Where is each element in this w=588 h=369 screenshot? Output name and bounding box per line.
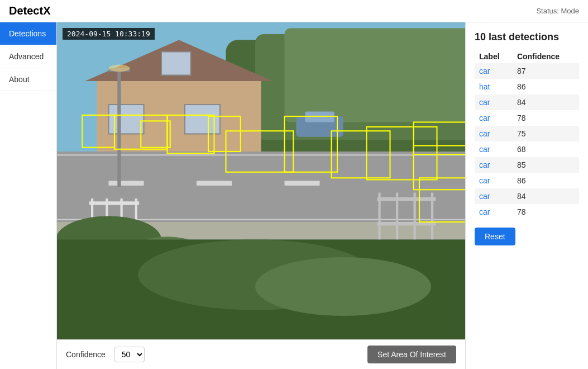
detection-row: car84: [475, 188, 579, 204]
detection-label: car: [475, 173, 513, 188]
svg-rect-35: [305, 112, 334, 122]
detection-confidence: 78: [513, 204, 579, 220]
svg-rect-7: [109, 105, 144, 134]
svg-rect-21: [89, 201, 139, 205]
app-logo: DetectX: [9, 4, 50, 17]
main-layout: Detections Advanced About: [0, 22, 588, 369]
detection-confidence: 75: [513, 126, 579, 141]
status-text: Status: Mode: [536, 7, 579, 15]
svg-rect-9: [161, 52, 191, 75]
reset-button[interactable]: Reset: [475, 228, 515, 245]
set-aoi-button[interactable]: Set Area Of Interest: [367, 346, 456, 363]
svg-rect-8: [185, 105, 220, 134]
sidebar-item-advanced[interactable]: Advanced: [0, 45, 56, 68]
detection-label: car: [475, 188, 513, 204]
svg-point-38: [109, 65, 130, 72]
detection-row: car75: [475, 126, 579, 141]
col-confidence-header: Confidence: [513, 50, 579, 63]
camera-timestamp: 2024-09-15 10:33:19: [63, 28, 155, 40]
detection-row: car85: [475, 157, 579, 173]
detection-label: car: [475, 141, 513, 157]
col-label-header: Label: [475, 50, 513, 63]
detection-row: car86: [475, 173, 579, 188]
detection-confidence: 84: [513, 188, 579, 204]
header: DetectX Status: Mode: [0, 0, 588, 22]
detection-label: car: [475, 94, 513, 110]
detection-label: car: [475, 63, 513, 79]
detection-row: car68: [475, 141, 579, 157]
sidebar-item-about[interactable]: About: [0, 68, 56, 91]
detection-label: car: [475, 110, 513, 126]
svg-rect-15: [285, 181, 320, 186]
content-area: 2024-09-15 10:33:19 Confidence 50 10 20 …: [57, 22, 465, 369]
confidence-select[interactable]: 50 10 20 30 40 60 70 80 90: [114, 347, 145, 362]
detection-label: car: [475, 126, 513, 141]
svg-rect-27: [377, 197, 436, 201]
detection-confidence: 68: [513, 141, 579, 157]
camera-view: 2024-09-15 10:33:19: [57, 22, 465, 339]
camera-background: [57, 22, 465, 339]
detection-confidence: 86: [513, 173, 579, 188]
detection-confidence: 86: [513, 79, 579, 94]
svg-rect-14: [197, 181, 232, 186]
detections-body: car87hat86car84car78car75car68car85car86…: [475, 63, 579, 220]
detection-label: car: [475, 204, 513, 220]
svg-rect-28: [377, 222, 436, 225]
detection-row: hat86: [475, 79, 579, 94]
sidebar-item-detections[interactable]: Detections: [0, 22, 56, 45]
sidebar: Detections Advanced About: [0, 22, 57, 369]
detection-confidence: 87: [513, 63, 579, 79]
detection-confidence: 85: [513, 157, 579, 173]
detection-confidence: 84: [513, 94, 579, 110]
svg-rect-4: [285, 29, 466, 122]
svg-rect-36: [117, 69, 121, 187]
detection-row: car87: [475, 63, 579, 79]
detections-table: Label Confidence car87hat86car84car78car…: [475, 50, 579, 220]
detection-label: car: [475, 157, 513, 173]
detection-row: car78: [475, 204, 579, 220]
svg-rect-13: [109, 181, 144, 186]
svg-point-33: [255, 257, 431, 316]
bottom-controls: Confidence 50 10 20 30 40 60 70 80 90 Se…: [57, 339, 465, 369]
detection-label: hat: [475, 79, 513, 94]
detection-confidence: 78: [513, 110, 579, 126]
detection-row: car78: [475, 110, 579, 126]
detections-panel: 10 last detections Label Confidence car8…: [465, 22, 588, 369]
detection-row: car84: [475, 94, 579, 110]
detections-title: 10 last detections: [475, 31, 579, 43]
confidence-label: Confidence: [66, 350, 106, 359]
